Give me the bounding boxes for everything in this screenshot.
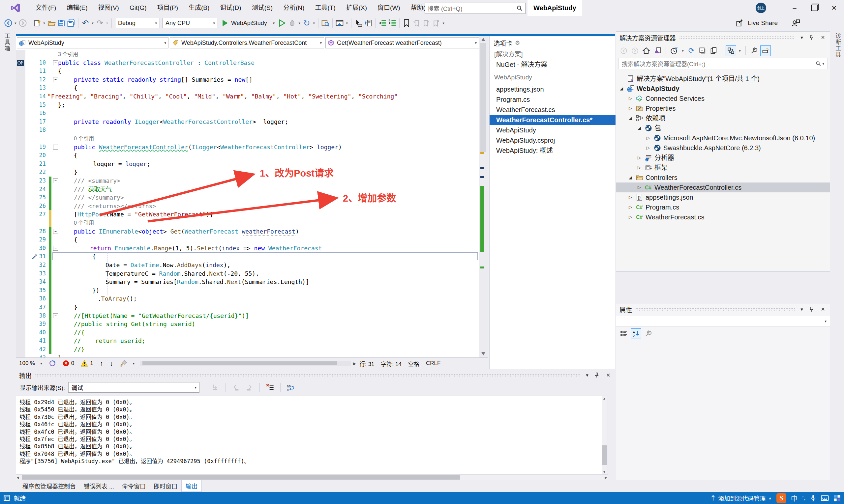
- codelens-link[interactable]: 0 个引用: [74, 219, 94, 227]
- tree-item-connected-services[interactable]: ▷Connected Services: [616, 93, 830, 104]
- expand-arrow-icon[interactable]: ▷: [628, 212, 633, 222]
- codelens-link[interactable]: 3 个引用: [58, 50, 78, 59]
- code-line-20[interactable]: 20{: [16, 151, 479, 160]
- se-forward-icon[interactable]: [630, 46, 640, 56]
- code-line-28[interactable]: 28−public IEnumerable<object> Get(Weathe…: [16, 227, 479, 236]
- fold-collapse-icon[interactable]: −: [53, 246, 58, 251]
- code-line-38[interactable]: 38−//[HttpGet(Name = "GetWeatherForecast…: [16, 312, 479, 320]
- restart-caret[interactable]: ▾: [312, 21, 316, 25]
- diagnostics-side-tab[interactable]: 诊断工具: [833, 33, 842, 58]
- code-line-25[interactable]: 25/// </summary>: [16, 193, 479, 202]
- next-issue-icon[interactable]: ↓: [110, 360, 113, 367]
- tree-item--[interactable]: ▷i分析器: [616, 153, 830, 163]
- redo-caret[interactable]: ▾: [105, 21, 109, 25]
- tree-item--[interactable]: ▷框架: [616, 163, 830, 173]
- code-line-13[interactable]: 13{: [16, 84, 479, 92]
- panel-drag-handle[interactable]: [679, 36, 795, 39]
- code-line-29[interactable]: 29{: [16, 236, 479, 244]
- quick-actions-icon[interactable]: [31, 253, 38, 260]
- editor-scrollbar[interactable]: [479, 36, 488, 357]
- collapse-arrow-icon[interactable]: ◢: [637, 123, 642, 133]
- open-document-tab[interactable]: WebApiStudy: 概述: [489, 146, 616, 156]
- expand-arrow-icon[interactable]: ▷: [637, 163, 642, 173]
- start-without-debug-icon[interactable]: [277, 18, 287, 28]
- menu-7[interactable]: 调试(D): [214, 0, 246, 16]
- sync-caret[interactable]: ▾: [738, 49, 742, 53]
- code-line-37[interactable]: 37}: [16, 303, 479, 312]
- navigate-back-icon[interactable]: [3, 18, 13, 28]
- editor-horizontal-scrollbar[interactable]: [140, 361, 351, 366]
- fold-collapse-icon[interactable]: −: [53, 178, 58, 183]
- add-to-source-control-button[interactable]: 添加到源代码管理 ▲: [711, 494, 772, 502]
- prev-issue-icon[interactable]: ↑: [100, 360, 103, 367]
- fold-collapse-icon[interactable]: −: [53, 313, 58, 318]
- indent-increase-icon[interactable]: 9: [387, 18, 397, 28]
- codelens-references[interactable]: 0 个引用: [16, 219, 479, 227]
- switch-views-icon[interactable]: [652, 46, 662, 56]
- minimize-button[interactable]: –: [785, 0, 805, 16]
- code-line-11[interactable]: 11{: [16, 67, 479, 75]
- menu-6[interactable]: 生成(B): [183, 0, 214, 16]
- code-line-24[interactable]: 24/// 获取天气: [16, 185, 479, 194]
- fold-collapse-icon[interactable]: −: [53, 60, 58, 65]
- refresh-icon[interactable]: ⟳: [686, 46, 696, 56]
- collapse-arrow-icon[interactable]: ◢: [628, 113, 633, 123]
- menu-2[interactable]: 编辑(E): [61, 0, 93, 16]
- new-project-caret[interactable]: ▾: [42, 21, 47, 25]
- code-line-39[interactable]: 39//public string Get(string userid): [16, 320, 479, 328]
- panel-menu-icon[interactable]: ▾: [798, 35, 806, 40]
- code-line-14[interactable]: 14"Freezing", "Bracing", "Chilly", "Cool…: [16, 92, 479, 101]
- menu-1[interactable]: 文件(F): [30, 0, 61, 16]
- tree-item--webapistudy-1-1-[interactable]: 解决方案"WebApiStudy"(1 个项目/共 1 个): [616, 74, 830, 84]
- bookmark-icon[interactable]: [401, 18, 411, 28]
- scroll-right-icon[interactable]: ▶: [353, 361, 356, 366]
- close-icon[interactable]: ✕: [605, 372, 612, 378]
- restart-icon[interactable]: ↻: [302, 18, 312, 28]
- save-icon[interactable]: [56, 18, 66, 28]
- clear-bookmarks-icon[interactable]: [431, 18, 441, 28]
- ime-toolbar-icon[interactable]: [833, 494, 841, 502]
- cursor-select-icon[interactable]: [354, 18, 363, 28]
- navigate-back-caret[interactable]: ▾: [13, 21, 18, 25]
- tree-item--[interactable]: ◢依赖项: [616, 113, 830, 123]
- zoom-select[interactable]: 100 %▾: [19, 360, 42, 367]
- fold-collapse-icon[interactable]: −: [53, 229, 58, 234]
- tree-item-swashbuckle-aspnetcore-6-2-3-[interactable]: ▷Swashbuckle.AspNetCore (6.2.3): [616, 143, 830, 153]
- warning-count[interactable]: 1: [81, 360, 93, 367]
- code-line-19[interactable]: 19−public WeatherForecastController(ILog…: [16, 143, 479, 151]
- code-line-40[interactable]: 40//{: [16, 328, 479, 337]
- expand-arrow-icon[interactable]: ▷: [628, 202, 633, 212]
- undo-icon[interactable]: ↶: [81, 18, 90, 28]
- expand-arrow-icon[interactable]: ▷: [645, 143, 651, 153]
- code-line-31[interactable]: 31{: [16, 252, 479, 261]
- background-tasks-icon[interactable]: [3, 494, 11, 502]
- panel-menu-icon[interactable]: ▾: [798, 306, 806, 312]
- goto-message-icon[interactable]: [210, 382, 220, 392]
- clear-output-icon[interactable]: [265, 382, 275, 392]
- undo-caret[interactable]: ▾: [90, 21, 95, 25]
- sync-active-document-icon[interactable]: [726, 46, 736, 56]
- code-line-16[interactable]: 16: [16, 109, 479, 118]
- microphone-icon[interactable]: [810, 494, 816, 502]
- bottom-tab-即时窗口[interactable]: 即时窗口: [150, 480, 181, 491]
- open-document-tab[interactable]: WeatherForecast.cs: [489, 105, 616, 115]
- new-project-icon[interactable]: [32, 18, 42, 28]
- tree-item-controllers[interactable]: ◢Controllers: [616, 173, 830, 182]
- filter-caret[interactable]: ▾: [681, 49, 685, 53]
- close-button[interactable]: ✕: [824, 0, 844, 16]
- codelens-references[interactable]: 0 个引用: [16, 134, 479, 143]
- code-line-22[interactable]: 22}: [16, 168, 479, 177]
- expand-arrow-icon[interactable]: ▷: [628, 192, 633, 202]
- open-document-tab[interactable]: WeatherForecastController.cs*: [489, 115, 616, 125]
- bookmark-caret[interactable]: ▾: [441, 21, 446, 25]
- restore-button[interactable]: [805, 0, 824, 16]
- tree-item-properties[interactable]: ▷Properties: [616, 104, 830, 113]
- alphabetical-sort-icon[interactable]: AZ: [631, 328, 641, 339]
- tree-item-weatherforecast-cs[interactable]: ▷C#WeatherForecast.cs: [616, 212, 830, 222]
- output-text-area[interactable]: 线程 0x29d4 已退出，返回值为 0 (0x0)。线程 0x5450 已退出…: [16, 396, 608, 475]
- tree-item--[interactable]: ◢包: [616, 123, 830, 133]
- properties-object-select[interactable]: ▾: [616, 316, 830, 327]
- pin-icon[interactable]: [594, 373, 601, 378]
- open-document-tab[interactable]: WebApiStudy: [489, 125, 616, 136]
- attach-process-icon[interactable]: [363, 18, 373, 28]
